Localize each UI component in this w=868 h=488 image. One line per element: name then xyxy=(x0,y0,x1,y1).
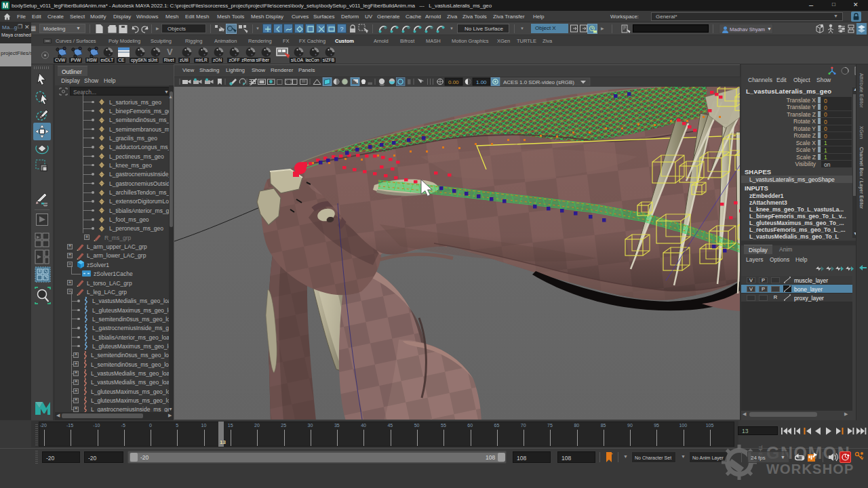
svg-text:WORKSHOP: WORKSHOP xyxy=(766,462,854,476)
svg-text:M: M xyxy=(3,2,8,9)
svg-text:0.00: 0.00 xyxy=(448,79,459,85)
svg-text:ACES 1.0 SDR-video (sRGB): ACES 1.0 SDR-video (sRGB) xyxy=(503,79,574,85)
svg-text:1.00: 1.00 xyxy=(476,79,487,85)
